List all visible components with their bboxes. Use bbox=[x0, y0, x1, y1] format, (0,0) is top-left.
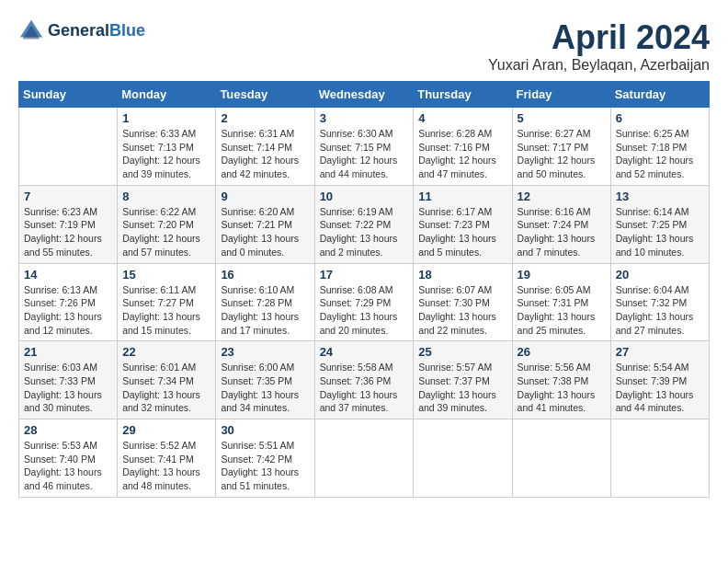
day-number: 4 bbox=[418, 111, 506, 125]
calendar-body: 1Sunrise: 6:33 AMSunset: 7:13 PMDaylight… bbox=[19, 108, 710, 498]
header: GeneralBlue April 2024 Yuxari Aran, Beyl… bbox=[18, 18, 710, 74]
day-number: 11 bbox=[418, 190, 506, 203]
weekday-header-row: SundayMondayTuesdayWednesdayThursdayFrid… bbox=[19, 82, 710, 108]
calendar-cell: 11Sunrise: 6:17 AMSunset: 7:23 PMDayligh… bbox=[414, 185, 512, 263]
day-number: 29 bbox=[122, 423, 210, 437]
calendar-week-row: 21Sunrise: 6:03 AMSunset: 7:33 PMDayligh… bbox=[19, 341, 710, 419]
day-number: 22 bbox=[122, 345, 210, 359]
calendar-cell: 29Sunrise: 5:52 AMSunset: 7:41 PMDayligh… bbox=[118, 419, 216, 498]
weekday-header-saturday: Saturday bbox=[610, 82, 709, 108]
day-number: 19 bbox=[518, 268, 606, 282]
calendar-cell: 14Sunrise: 6:13 AMSunset: 7:26 PMDayligh… bbox=[19, 263, 118, 341]
day-number: 2 bbox=[221, 111, 309, 125]
day-info: Sunrise: 5:56 AMSunset: 7:38 PMDaylight:… bbox=[518, 361, 606, 415]
calendar-week-row: 28Sunrise: 5:53 AMSunset: 7:40 PMDayligh… bbox=[19, 419, 710, 498]
calendar-cell: 25Sunrise: 5:57 AMSunset: 7:37 PMDayligh… bbox=[414, 341, 512, 419]
day-number: 25 bbox=[418, 345, 506, 359]
day-number: 30 bbox=[221, 423, 309, 437]
day-number: 24 bbox=[320, 345, 409, 359]
calendar-cell bbox=[512, 419, 610, 498]
calendar-cell: 15Sunrise: 6:11 AMSunset: 7:27 PMDayligh… bbox=[118, 263, 216, 341]
day-info: Sunrise: 6:33 AMSunset: 7:13 PMDaylight:… bbox=[122, 127, 210, 181]
calendar-cell: 2Sunrise: 6:31 AMSunset: 7:14 PMDaylight… bbox=[216, 108, 314, 186]
calendar-header: SundayMondayTuesdayWednesdayThursdayFrid… bbox=[19, 82, 710, 108]
subtitle: Yuxari Aran, Beylaqan, Azerbaijan bbox=[488, 57, 710, 74]
calendar-week-row: 14Sunrise: 6:13 AMSunset: 7:26 PMDayligh… bbox=[19, 263, 710, 341]
day-info: Sunrise: 6:04 AMSunset: 7:32 PMDaylight:… bbox=[616, 283, 704, 338]
day-number: 28 bbox=[24, 423, 112, 437]
day-info: Sunrise: 6:07 AMSunset: 7:30 PMDaylight:… bbox=[418, 283, 506, 338]
day-number: 17 bbox=[320, 268, 409, 282]
calendar-cell: 7Sunrise: 6:23 AMSunset: 7:19 PMDaylight… bbox=[19, 185, 118, 263]
day-info: Sunrise: 6:03 AMSunset: 7:33 PMDaylight:… bbox=[24, 361, 112, 415]
day-number: 3 bbox=[320, 111, 409, 125]
calendar-table: SundayMondayTuesdayWednesdayThursdayFrid… bbox=[18, 81, 710, 498]
day-info: Sunrise: 6:08 AMSunset: 7:29 PMDaylight:… bbox=[320, 283, 409, 338]
day-info: Sunrise: 6:11 AMSunset: 7:27 PMDaylight:… bbox=[122, 283, 210, 338]
day-number: 15 bbox=[122, 268, 210, 282]
calendar-cell: 18Sunrise: 6:07 AMSunset: 7:30 PMDayligh… bbox=[414, 263, 512, 341]
calendar-cell: 10Sunrise: 6:19 AMSunset: 7:22 PMDayligh… bbox=[314, 185, 414, 263]
calendar-cell: 22Sunrise: 6:01 AMSunset: 7:34 PMDayligh… bbox=[118, 341, 216, 419]
calendar-cell: 9Sunrise: 6:20 AMSunset: 7:21 PMDaylight… bbox=[216, 185, 314, 263]
calendar-cell: 21Sunrise: 6:03 AMSunset: 7:33 PMDayligh… bbox=[19, 341, 118, 419]
day-number: 18 bbox=[418, 268, 506, 282]
weekday-header-tuesday: Tuesday bbox=[216, 82, 314, 108]
calendar-cell: 19Sunrise: 6:05 AMSunset: 7:31 PMDayligh… bbox=[512, 263, 610, 341]
day-info: Sunrise: 6:19 AMSunset: 7:22 PMDaylight:… bbox=[320, 205, 409, 259]
day-number: 8 bbox=[122, 190, 210, 203]
day-info: Sunrise: 5:53 AMSunset: 7:40 PMDaylight:… bbox=[24, 439, 112, 493]
main-title: April 2024 bbox=[488, 18, 710, 57]
day-info: Sunrise: 6:23 AMSunset: 7:19 PMDaylight:… bbox=[24, 205, 112, 259]
calendar-cell bbox=[314, 419, 414, 498]
calendar-cell: 28Sunrise: 5:53 AMSunset: 7:40 PMDayligh… bbox=[19, 419, 118, 498]
day-number: 23 bbox=[221, 345, 309, 359]
day-info: Sunrise: 6:30 AMSunset: 7:15 PMDaylight:… bbox=[320, 127, 409, 181]
day-number: 5 bbox=[518, 111, 606, 125]
calendar-cell bbox=[610, 419, 709, 498]
calendar-cell bbox=[414, 419, 512, 498]
calendar-cell: 12Sunrise: 6:16 AMSunset: 7:24 PMDayligh… bbox=[512, 185, 610, 263]
day-info: Sunrise: 6:01 AMSunset: 7:34 PMDaylight:… bbox=[122, 361, 210, 415]
day-info: Sunrise: 6:22 AMSunset: 7:20 PMDaylight:… bbox=[122, 205, 210, 259]
day-number: 1 bbox=[122, 111, 210, 125]
calendar-cell: 23Sunrise: 6:00 AMSunset: 7:35 PMDayligh… bbox=[216, 341, 314, 419]
day-info: Sunrise: 6:25 AMSunset: 7:18 PMDaylight:… bbox=[616, 127, 704, 181]
day-info: Sunrise: 6:31 AMSunset: 7:14 PMDaylight:… bbox=[221, 127, 309, 181]
day-number: 13 bbox=[616, 190, 704, 203]
day-info: Sunrise: 6:14 AMSunset: 7:25 PMDaylight:… bbox=[616, 205, 704, 259]
title-section: April 2024 Yuxari Aran, Beylaqan, Azerba… bbox=[488, 18, 710, 74]
weekday-header-monday: Monday bbox=[118, 82, 216, 108]
day-info: Sunrise: 5:52 AMSunset: 7:41 PMDaylight:… bbox=[122, 439, 210, 493]
day-info: Sunrise: 6:00 AMSunset: 7:35 PMDaylight:… bbox=[221, 361, 309, 415]
calendar-cell: 8Sunrise: 6:22 AMSunset: 7:20 PMDaylight… bbox=[118, 185, 216, 263]
day-info: Sunrise: 5:51 AMSunset: 7:42 PMDaylight:… bbox=[221, 439, 309, 493]
calendar-cell: 27Sunrise: 5:54 AMSunset: 7:39 PMDayligh… bbox=[610, 341, 709, 419]
calendar-cell: 3Sunrise: 6:30 AMSunset: 7:15 PMDaylight… bbox=[314, 108, 414, 186]
day-info: Sunrise: 6:27 AMSunset: 7:17 PMDaylight:… bbox=[518, 127, 606, 181]
weekday-header-friday: Friday bbox=[512, 82, 610, 108]
calendar-cell: 24Sunrise: 5:58 AMSunset: 7:36 PMDayligh… bbox=[314, 341, 414, 419]
day-number: 6 bbox=[616, 111, 704, 125]
day-info: Sunrise: 5:54 AMSunset: 7:39 PMDaylight:… bbox=[616, 361, 704, 415]
day-number: 12 bbox=[518, 190, 606, 203]
calendar-cell: 4Sunrise: 6:28 AMSunset: 7:16 PMDaylight… bbox=[414, 108, 512, 186]
day-info: Sunrise: 6:16 AMSunset: 7:24 PMDaylight:… bbox=[518, 205, 606, 259]
calendar-cell bbox=[19, 108, 118, 186]
weekday-header-thursday: Thursday bbox=[414, 82, 512, 108]
calendar-cell: 13Sunrise: 6:14 AMSunset: 7:25 PMDayligh… bbox=[610, 185, 709, 263]
day-number: 10 bbox=[320, 190, 409, 203]
day-number: 26 bbox=[518, 345, 606, 359]
logo-text-general: GeneralBlue bbox=[48, 21, 145, 41]
day-info: Sunrise: 5:58 AMSunset: 7:36 PMDaylight:… bbox=[320, 361, 409, 415]
calendar-cell: 26Sunrise: 5:56 AMSunset: 7:38 PMDayligh… bbox=[512, 341, 610, 419]
day-info: Sunrise: 6:13 AMSunset: 7:26 PMDaylight:… bbox=[24, 283, 112, 338]
calendar-week-row: 7Sunrise: 6:23 AMSunset: 7:19 PMDaylight… bbox=[19, 185, 710, 263]
logo: GeneralBlue bbox=[18, 18, 145, 44]
calendar-cell: 30Sunrise: 5:51 AMSunset: 7:42 PMDayligh… bbox=[216, 419, 314, 498]
calendar-cell: 17Sunrise: 6:08 AMSunset: 7:29 PMDayligh… bbox=[314, 263, 414, 341]
day-info: Sunrise: 6:17 AMSunset: 7:23 PMDaylight:… bbox=[418, 205, 506, 259]
day-number: 20 bbox=[616, 268, 704, 282]
calendar-cell: 20Sunrise: 6:04 AMSunset: 7:32 PMDayligh… bbox=[610, 263, 709, 341]
day-info: Sunrise: 6:05 AMSunset: 7:31 PMDaylight:… bbox=[518, 283, 606, 338]
